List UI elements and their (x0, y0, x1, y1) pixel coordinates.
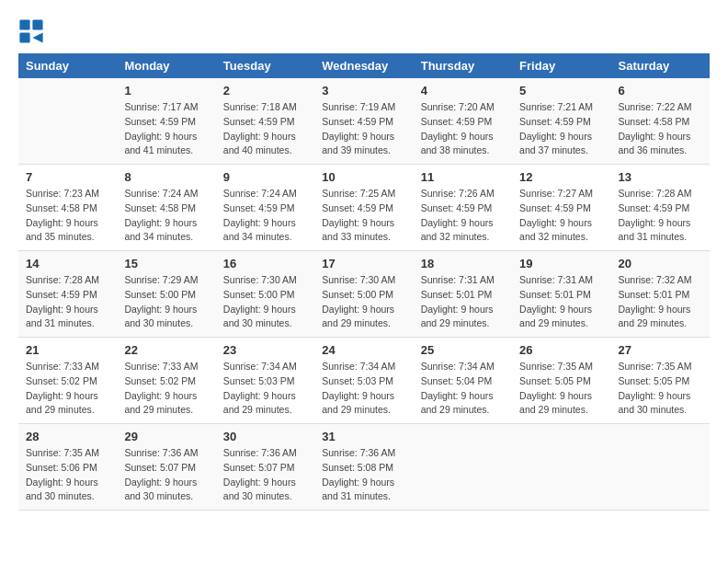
calendar-cell (611, 424, 710, 511)
day-info: Sunrise: 7:17 AMSunset: 4:59 PMDaylight:… (124, 100, 208, 158)
day-info: Sunrise: 7:35 AMSunset: 5:05 PMDaylight:… (619, 360, 702, 418)
page-header (18, 18, 710, 44)
day-info: Sunrise: 7:29 AMSunset: 5:00 PMDaylight:… (124, 273, 208, 331)
day-info: Sunrise: 7:36 AMSunset: 5:07 PMDaylight:… (223, 446, 307, 504)
day-info: Sunrise: 7:34 AMSunset: 5:03 PMDaylight:… (223, 360, 307, 418)
day-info: Sunrise: 7:25 AMSunset: 4:59 PMDaylight:… (322, 187, 405, 245)
day-info: Sunrise: 7:19 AMSunset: 4:59 PMDaylight:… (322, 100, 405, 158)
calendar-week-5: 28Sunrise: 7:35 AMSunset: 5:06 PMDayligh… (18, 424, 710, 511)
day-number: 27 (619, 343, 702, 357)
day-number: 13 (619, 170, 702, 184)
calendar-cell: 10Sunrise: 7:25 AMSunset: 4:59 PMDayligh… (314, 165, 413, 251)
day-number: 22 (124, 343, 208, 357)
calendar-cell: 7Sunrise: 7:23 AMSunset: 4:58 PMDaylight… (18, 165, 117, 251)
calendar-cell: 24Sunrise: 7:34 AMSunset: 5:03 PMDayligh… (314, 338, 413, 424)
calendar-cell (414, 424, 512, 511)
day-number: 5 (519, 84, 603, 98)
calendar-cell: 13Sunrise: 7:28 AMSunset: 4:59 PMDayligh… (611, 165, 710, 251)
day-info: Sunrise: 7:31 AMSunset: 5:01 PMDaylight:… (421, 273, 505, 331)
calendar-cell: 19Sunrise: 7:31 AMSunset: 5:01 PMDayligh… (512, 251, 610, 338)
day-number: 11 (421, 170, 505, 184)
day-number: 6 (619, 84, 702, 98)
day-number: 19 (519, 257, 603, 270)
calendar-cell: 11Sunrise: 7:26 AMSunset: 4:59 PMDayligh… (414, 165, 512, 251)
day-number: 7 (26, 170, 109, 184)
calendar-cell: 21Sunrise: 7:33 AMSunset: 5:02 PMDayligh… (18, 338, 117, 424)
day-info: Sunrise: 7:30 AMSunset: 5:00 PMDaylight:… (223, 273, 307, 331)
col-header-friday: Friday (512, 53, 610, 78)
calendar-header-row: SundayMondayTuesdayWednesdayThursdayFrid… (18, 53, 710, 78)
calendar-cell: 30Sunrise: 7:36 AMSunset: 5:07 PMDayligh… (216, 424, 314, 511)
calendar-cell: 3Sunrise: 7:19 AMSunset: 4:59 PMDaylight… (314, 78, 413, 165)
col-header-tuesday: Tuesday (216, 53, 314, 78)
calendar-cell: 2Sunrise: 7:18 AMSunset: 4:59 PMDaylight… (216, 78, 314, 165)
calendar-cell: 5Sunrise: 7:21 AMSunset: 4:59 PMDaylight… (512, 78, 610, 165)
calendar-cell: 1Sunrise: 7:17 AMSunset: 4:59 PMDaylight… (117, 78, 215, 165)
day-number: 23 (223, 343, 307, 357)
day-number: 4 (421, 84, 505, 98)
day-number: 31 (322, 430, 405, 443)
calendar-cell: 17Sunrise: 7:30 AMSunset: 5:00 PMDayligh… (314, 251, 413, 338)
calendar-week-1: 1Sunrise: 7:17 AMSunset: 4:59 PMDaylight… (18, 78, 710, 165)
day-info: Sunrise: 7:28 AMSunset: 4:59 PMDaylight:… (26, 273, 109, 331)
calendar-cell: 15Sunrise: 7:29 AMSunset: 5:00 PMDayligh… (117, 251, 215, 338)
calendar-cell: 28Sunrise: 7:35 AMSunset: 5:06 PMDayligh… (18, 424, 117, 511)
svg-rect-0 (19, 19, 29, 29)
day-number: 14 (26, 257, 109, 270)
day-number: 9 (223, 170, 307, 184)
day-info: Sunrise: 7:33 AMSunset: 5:02 PMDaylight:… (26, 360, 109, 418)
logo-icon (18, 18, 44, 44)
day-info: Sunrise: 7:28 AMSunset: 4:59 PMDaylight:… (619, 187, 702, 245)
day-number: 29 (124, 430, 208, 443)
day-number: 20 (619, 257, 702, 270)
calendar-cell: 31Sunrise: 7:36 AMSunset: 5:08 PMDayligh… (314, 424, 413, 511)
day-number: 17 (322, 257, 405, 270)
svg-marker-3 (32, 32, 42, 42)
calendar-table: SundayMondayTuesdayWednesdayThursdayFrid… (18, 53, 710, 511)
day-number: 15 (124, 257, 208, 270)
calendar-cell: 9Sunrise: 7:24 AMSunset: 4:59 PMDaylight… (216, 165, 314, 251)
calendar-week-3: 14Sunrise: 7:28 AMSunset: 4:59 PMDayligh… (18, 251, 710, 338)
day-info: Sunrise: 7:31 AMSunset: 5:01 PMDaylight:… (519, 273, 603, 331)
calendar-cell: 12Sunrise: 7:27 AMSunset: 4:59 PMDayligh… (512, 165, 610, 251)
day-number: 30 (223, 430, 307, 443)
day-number: 12 (519, 170, 603, 184)
calendar-cell: 4Sunrise: 7:20 AMSunset: 4:59 PMDaylight… (414, 78, 512, 165)
logo (18, 18, 46, 44)
svg-rect-2 (19, 32, 29, 42)
calendar-cell: 20Sunrise: 7:32 AMSunset: 5:01 PMDayligh… (611, 251, 710, 338)
calendar-cell: 16Sunrise: 7:30 AMSunset: 5:00 PMDayligh… (216, 251, 314, 338)
calendar-cell: 29Sunrise: 7:36 AMSunset: 5:07 PMDayligh… (117, 424, 215, 511)
day-number: 16 (223, 257, 307, 270)
day-number: 21 (26, 343, 109, 357)
day-number: 3 (322, 84, 405, 98)
svg-rect-1 (32, 19, 42, 29)
day-number: 2 (223, 84, 307, 98)
day-info: Sunrise: 7:26 AMSunset: 4:59 PMDaylight:… (421, 187, 505, 245)
col-header-wednesday: Wednesday (314, 53, 413, 78)
col-header-thursday: Thursday (414, 53, 512, 78)
col-header-monday: Monday (117, 53, 215, 78)
day-info: Sunrise: 7:22 AMSunset: 4:58 PMDaylight:… (619, 100, 702, 158)
day-info: Sunrise: 7:33 AMSunset: 5:02 PMDaylight:… (124, 360, 208, 418)
day-number: 1 (124, 84, 208, 98)
day-info: Sunrise: 7:21 AMSunset: 4:59 PMDaylight:… (519, 100, 603, 158)
calendar-cell: 26Sunrise: 7:35 AMSunset: 5:05 PMDayligh… (512, 338, 610, 424)
day-info: Sunrise: 7:20 AMSunset: 4:59 PMDaylight:… (421, 100, 505, 158)
col-header-sunday: Sunday (18, 53, 117, 78)
day-info: Sunrise: 7:36 AMSunset: 5:08 PMDaylight:… (322, 446, 405, 504)
calendar-cell: 27Sunrise: 7:35 AMSunset: 5:05 PMDayligh… (611, 338, 710, 424)
day-info: Sunrise: 7:34 AMSunset: 5:03 PMDaylight:… (322, 360, 405, 418)
day-info: Sunrise: 7:35 AMSunset: 5:05 PMDaylight:… (519, 360, 603, 418)
calendar-cell: 23Sunrise: 7:34 AMSunset: 5:03 PMDayligh… (216, 338, 314, 424)
day-number: 28 (26, 430, 109, 443)
day-info: Sunrise: 7:18 AMSunset: 4:59 PMDaylight:… (223, 100, 307, 158)
calendar-cell: 6Sunrise: 7:22 AMSunset: 4:58 PMDaylight… (611, 78, 710, 165)
calendar-body: 1Sunrise: 7:17 AMSunset: 4:59 PMDaylight… (18, 78, 710, 511)
day-number: 8 (124, 170, 208, 184)
day-info: Sunrise: 7:27 AMSunset: 4:59 PMDaylight:… (519, 187, 603, 245)
day-info: Sunrise: 7:32 AMSunset: 5:01 PMDaylight:… (619, 273, 702, 331)
day-info: Sunrise: 7:30 AMSunset: 5:00 PMDaylight:… (322, 273, 405, 331)
calendar-cell: 22Sunrise: 7:33 AMSunset: 5:02 PMDayligh… (117, 338, 215, 424)
day-number: 25 (421, 343, 505, 357)
